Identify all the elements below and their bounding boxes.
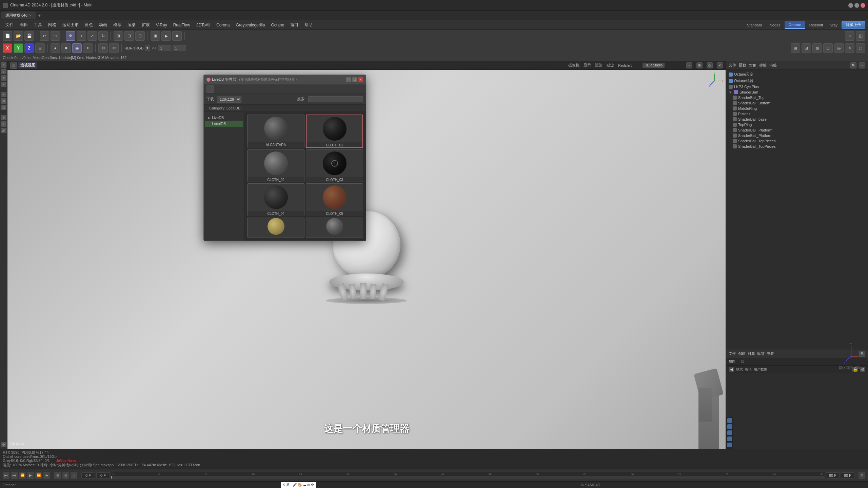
mat-cloth03[interactable]: CLOTH_03	[306, 149, 363, 182]
menu-mograph[interactable]: 运动图形	[60, 21, 81, 29]
livedb-close[interactable]: ✕	[358, 77, 363, 82]
render-settings-btn[interactable]: ⚙	[109, 43, 119, 53]
mat-cloth05[interactable]: CLOTH_05	[306, 183, 363, 216]
render-preset-btn[interactable]: ⚙	[98, 43, 108, 53]
ph-tag[interactable]: 标签	[759, 63, 767, 68]
menu-greyscale[interactable]: Greyscalegorilla	[233, 21, 268, 29]
menu-vray[interactable]: V-Ray	[153, 21, 170, 29]
tree-sb-base[interactable]: ShaderBall_base	[731, 117, 867, 122]
tree-middlering[interactable]: MiddleRing	[731, 106, 867, 111]
tool-magnet[interactable]: ⊙	[1, 115, 6, 120]
vp-ctrl-1[interactable]: ≡	[686, 62, 692, 68]
menu-help[interactable]: 帮助	[302, 21, 315, 29]
move-tool-btn[interactable]: ↕	[77, 31, 86, 41]
search-input[interactable]	[308, 96, 363, 102]
snap-btn[interactable]: ⊞	[114, 31, 123, 41]
render-region-btn[interactable]: ▣	[151, 31, 160, 41]
mat-cloth02[interactable]: CLOTH_02	[247, 149, 304, 182]
vp-ctrl-3[interactable]: ◎	[707, 62, 713, 68]
grid-btn[interactable]: ⊟	[135, 31, 145, 41]
tl-play[interactable]: ▶	[27, 472, 34, 479]
attr-bookmark[interactable]: 书签	[767, 351, 774, 356]
menu-animate[interactable]: 动画	[96, 21, 110, 29]
tl-play-fwd[interactable]: ⏩	[35, 472, 42, 479]
box-btn[interactable]: ■	[61, 43, 71, 53]
ph-file[interactable]: 文件	[729, 63, 736, 68]
render-tab-standard[interactable]: Standard	[744, 22, 766, 28]
render-tab-redshift[interactable]: Redshift	[806, 22, 826, 28]
timeline-track[interactable]: 061218243036424854606672788490	[111, 472, 825, 479]
menu-mesh[interactable]: 网格	[45, 21, 59, 29]
tb2-icon4[interactable]: ⊡	[823, 43, 833, 53]
tl-settings[interactable]: ⚙	[859, 472, 865, 479]
tool-scale[interactable]: ⤢	[1, 82, 6, 87]
tree-shaderball-top[interactable]: ShaderBall_Top	[731, 95, 867, 100]
oct-icon-1[interactable]	[727, 418, 732, 423]
oct-icon-5[interactable]	[727, 443, 732, 447]
tree-octane-sky[interactable]: Octane天空	[727, 71, 867, 78]
livedb-menu-btn[interactable]: ☰	[206, 85, 214, 93]
scale-tool-btn[interactable]: ⤢	[87, 31, 97, 41]
tb2-icon5[interactable]: ◎	[834, 43, 844, 53]
end-frame[interactable]: 90 F	[826, 472, 840, 479]
tool-knife[interactable]: ✂	[1, 92, 6, 97]
attr-userdata-tab[interactable]: 用户数据	[754, 367, 767, 372]
tool-poly[interactable]: ◻	[1, 105, 6, 110]
maximize-button[interactable]	[854, 3, 859, 8]
tab-add-button[interactable]: +	[36, 12, 43, 19]
menu-edit[interactable]: 编辑	[17, 21, 31, 29]
vp-nav-filter[interactable]: 过滤	[607, 63, 614, 68]
menu-corona[interactable]: Corona	[214, 21, 232, 29]
close-button[interactable]	[861, 3, 865, 8]
attr-file[interactable]: 文件	[729, 351, 736, 356]
attr-edit-tab[interactable]: 编辑	[745, 367, 752, 372]
tree-livedb[interactable]: ▶ LiveDB	[205, 115, 243, 121]
vp-nav-camera[interactable]: 摄像机	[568, 63, 579, 68]
oct-icon-3[interactable]	[727, 430, 732, 435]
tool-move[interactable]: ↕	[1, 69, 6, 74]
tree-shaderball[interactable]: ▼ ShaderBall	[727, 89, 867, 95]
search-scene-btn[interactable]: 🔍	[850, 62, 856, 68]
menu-render[interactable]: 渲染	[125, 21, 138, 29]
vp-nav-display[interactable]: 显示	[584, 63, 591, 68]
light-btn[interactable]: ✦	[83, 43, 93, 53]
snap-2-btn[interactable]: ⊡	[124, 31, 134, 41]
menu-simulate[interactable]: 模拟	[111, 21, 124, 29]
attr-tab-layers[interactable]: 层	[738, 358, 747, 365]
tree-sb-platform2[interactable]: ShaderBall_Platform	[731, 133, 867, 138]
mat-cloth01[interactable]: CLOTH_01	[306, 115, 363, 148]
vp-ctrl-2[interactable]: ⊞	[696, 62, 703, 68]
tl-play-back[interactable]: ⏪	[19, 472, 26, 479]
attr-create[interactable]: 创建	[738, 351, 746, 356]
save-btn[interactable]: 💾	[24, 31, 34, 41]
vp-ctrl-4[interactable]: ✕	[717, 62, 723, 68]
start-frame[interactable]: 0 F	[96, 472, 110, 479]
hide-upload-button[interactable]: 隐藏上传	[842, 21, 865, 29]
mat-cloth06[interactable]	[247, 218, 304, 238]
tl-first-frame[interactable]: ⏮	[3, 472, 9, 479]
vp-nav-redshift[interactable]: Redshift	[618, 63, 632, 67]
tree-localdb[interactable]: LocalDB	[205, 121, 243, 127]
tb2-icon7[interactable]: ◌	[856, 43, 865, 53]
menu-window[interactable]: 窗口	[288, 21, 301, 29]
tree-topring[interactable]: TopRing	[731, 122, 867, 127]
oct-icon-2[interactable]	[727, 424, 732, 429]
tl-icon2[interactable]: ◎	[62, 472, 69, 479]
menu-tools[interactable]: 工具	[31, 21, 45, 29]
render-tab-vray[interactable]: vray	[827, 22, 841, 28]
redo-btn[interactable]: ↪	[51, 31, 60, 41]
minimize-button[interactable]	[848, 3, 853, 8]
tl-last-frame[interactable]: ⏮	[43, 472, 50, 479]
menu-file[interactable]: 文件	[3, 21, 16, 29]
end-frame2[interactable]: 90 F	[841, 472, 854, 479]
coord-y[interactable]: Y	[14, 43, 23, 53]
tree-lkp3[interactable]: LKP3 Cyc Plus	[727, 84, 867, 89]
tl-audio[interactable]: ♪	[71, 472, 77, 479]
render-all-btn[interactable]: ⏺	[172, 31, 182, 41]
select-tool-btn[interactable]: ✥	[66, 31, 75, 41]
tool-rotate[interactable]: ↻	[1, 75, 6, 81]
render-tab-nodes[interactable]: Nodes	[766, 22, 784, 28]
filter-scene-btn[interactable]: ≡	[859, 62, 865, 68]
tool-select[interactable]: ↖	[1, 62, 6, 68]
menu-3dtoall[interactable]: 3DToAll	[194, 21, 213, 29]
